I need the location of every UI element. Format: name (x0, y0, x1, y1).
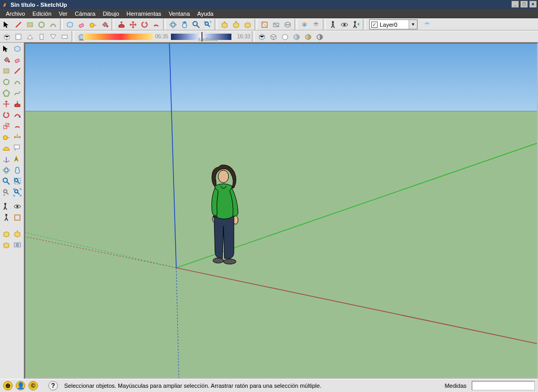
rotate-icon[interactable] (139, 19, 150, 30)
menu-edit[interactable]: Edición (29, 9, 55, 18)
polygon-icon[interactable] (1, 88, 11, 98)
walk-icon[interactable] (327, 19, 338, 30)
circle-icon[interactable] (1, 77, 11, 87)
share-model-icon[interactable] (230, 19, 241, 30)
layer-manager-icon[interactable] (421, 19, 432, 30)
look-around-icon[interactable] (12, 201, 22, 211)
svg-line-49 (25, 236, 176, 267)
wireframe-style-icon[interactable] (268, 31, 279, 42)
text-icon[interactable] (12, 143, 22, 153)
maximize-button[interactable]: □ (520, 1, 528, 8)
pan-icon[interactable] (12, 165, 22, 175)
zoom-extents-icon[interactable] (202, 19, 213, 30)
scale-icon[interactable] (1, 121, 11, 131)
shaded-texture-style-icon[interactable] (302, 31, 313, 42)
menu-tools[interactable]: Herramientas (123, 9, 165, 18)
follow-me-icon[interactable] (12, 110, 22, 120)
protractor-icon[interactable] (1, 143, 11, 153)
layers-icon[interactable] (310, 19, 321, 30)
monochrome-style-icon[interactable] (314, 31, 325, 42)
push-pull-icon[interactable] (12, 99, 22, 109)
line-icon[interactable] (13, 19, 24, 30)
position-camera-icon[interactable] (350, 19, 361, 30)
paint-bucket-icon[interactable] (99, 19, 110, 30)
3d-text-icon[interactable] (12, 154, 22, 164)
position-camera-icon[interactable] (1, 201, 11, 211)
xray-style-icon[interactable] (256, 31, 267, 42)
walk-icon[interactable] (1, 212, 11, 222)
paint-bucket-icon[interactable] (1, 55, 11, 65)
menu-file[interactable]: Archivo (2, 9, 29, 18)
share-component-icon[interactable] (242, 19, 253, 30)
orbit-icon[interactable] (1, 165, 11, 175)
menu-window[interactable]: Ventana (165, 9, 194, 18)
rectangle-icon[interactable] (1, 66, 11, 76)
zoom-window-icon[interactable] (12, 176, 22, 186)
shaded-style-icon[interactable] (291, 31, 302, 42)
share-component-icon[interactable] (1, 240, 11, 250)
share-model-icon[interactable] (12, 229, 22, 239)
eraser-icon[interactable] (76, 19, 87, 30)
rotate-icon[interactable] (1, 110, 11, 120)
move-icon[interactable] (1, 99, 11, 109)
offset-icon[interactable] (150, 19, 161, 30)
arc-icon[interactable] (12, 77, 22, 87)
left-view-icon[interactable] (59, 31, 70, 42)
back-view-icon[interactable] (47, 31, 58, 42)
hidden-line-style-icon[interactable] (279, 31, 290, 42)
zoom-icon[interactable] (1, 176, 11, 186)
axes-icon[interactable] (1, 154, 11, 164)
make-component-icon[interactable] (64, 19, 75, 30)
section-display-icon[interactable] (270, 19, 281, 30)
claim-credit-icon[interactable]: © (28, 381, 38, 390)
freehand-icon[interactable] (12, 88, 22, 98)
menu-view[interactable]: Ver (55, 9, 72, 18)
previous-view-icon[interactable] (1, 187, 11, 197)
eraser-icon[interactable] (12, 55, 22, 65)
zoom-extents-icon[interactable] (12, 187, 22, 197)
top-view-icon[interactable] (13, 31, 24, 42)
close-button[interactable]: × (529, 1, 537, 8)
svg-rect-55 (213, 216, 217, 218)
layer-dropdown[interactable]: ✓ Layer0 ▼ (369, 19, 418, 29)
arc-icon[interactable] (47, 19, 58, 30)
dimension-icon[interactable]: 3 (12, 132, 22, 142)
orbit-icon[interactable] (167, 19, 178, 30)
modeling-viewport[interactable] (24, 43, 538, 379)
season-gradient[interactable] (83, 34, 153, 40)
get-photo-texture-icon[interactable] (12, 240, 22, 250)
look-around-icon[interactable] (339, 19, 350, 30)
iso-view-icon[interactable] (1, 31, 12, 42)
geolocation-icon[interactable]: ⊕ (3, 381, 13, 390)
zoom-icon[interactable] (190, 19, 201, 30)
get-models-icon[interactable] (1, 229, 11, 239)
section-plane-icon[interactable] (12, 212, 22, 222)
section-plane-icon[interactable] (259, 19, 270, 30)
help-icon[interactable]: ? (48, 381, 58, 390)
pan-icon[interactable] (179, 19, 190, 30)
styles-icon[interactable] (299, 19, 310, 30)
push-pull-icon[interactable] (116, 19, 127, 30)
line-icon[interactable] (12, 66, 22, 76)
circle-icon[interactable] (36, 19, 47, 30)
section-cut-icon[interactable] (282, 19, 293, 30)
measurements-input[interactable] (472, 381, 535, 390)
offset-icon[interactable] (12, 121, 22, 131)
front-view-icon[interactable] (24, 31, 35, 42)
rectangle-icon[interactable] (24, 19, 35, 30)
select-icon[interactable] (1, 44, 11, 54)
tape-measure-icon[interactable] (87, 19, 98, 30)
menu-draw[interactable]: Dibujo (99, 9, 123, 18)
get-models-icon[interactable] (219, 19, 230, 30)
move-icon[interactable] (127, 19, 138, 30)
make-component-icon[interactable] (12, 44, 22, 54)
svg-rect-29 (14, 145, 19, 149)
right-view-icon[interactable] (36, 31, 47, 42)
menu-camera[interactable]: Cámara (71, 9, 99, 18)
menu-help[interactable]: Ayuda (194, 9, 217, 18)
svg-point-3 (90, 23, 94, 27)
select-icon[interactable] (1, 19, 12, 30)
credits-icon[interactable]: 👤 (16, 381, 25, 390)
minimize-button[interactable]: _ (511, 1, 519, 8)
tape-measure-icon[interactable] (1, 132, 11, 142)
